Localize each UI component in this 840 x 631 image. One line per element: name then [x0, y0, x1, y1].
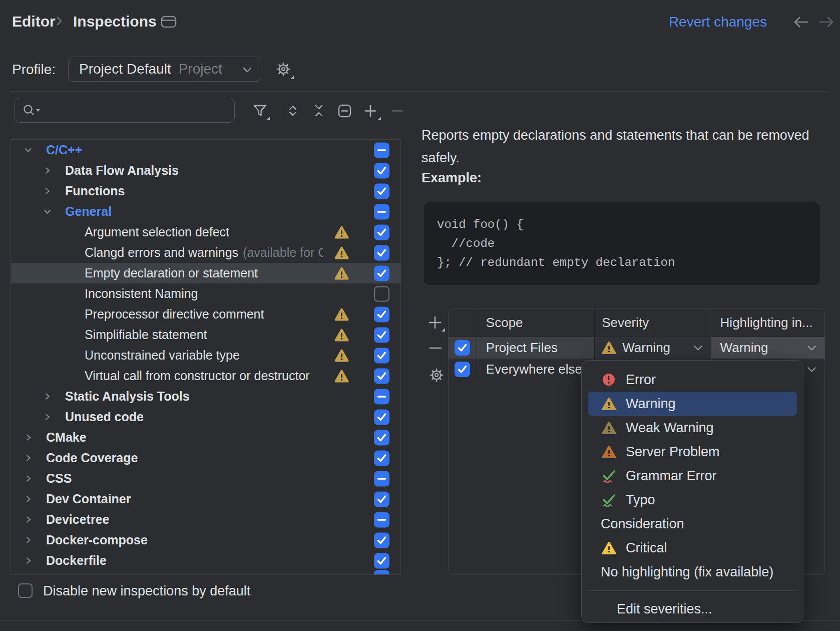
tree-item-checkbox[interactable]: [374, 389, 389, 404]
scope-checkbox[interactable]: [455, 340, 470, 356]
tree-item-checkbox[interactable]: [374, 245, 389, 260]
severity-option-consideration[interactable]: Consideration: [588, 512, 797, 536]
tree-item-functions[interactable]: Functions: [11, 181, 400, 201]
tree-item-simplifiable-statement[interactable]: Simplifiable statement: [11, 325, 400, 345]
remove-inspection-icon[interactable]: [390, 103, 404, 118]
filter-icon[interactable]: [252, 103, 271, 121]
tree-item-checkbox[interactable]: [374, 450, 389, 466]
severity-option-weak-warning[interactable]: Weak Warning: [588, 416, 797, 440]
profile-select[interactable]: Project Default Project: [68, 57, 261, 82]
tree-item-checkbox[interactable]: [374, 142, 389, 158]
tree-item-checkbox[interactable]: [374, 471, 389, 486]
expand-all-icon[interactable]: [285, 103, 300, 118]
disable-inspection-icon[interactable]: [337, 103, 352, 118]
tree-item-docker-compose[interactable]: Docker-compose: [11, 530, 400, 550]
profile-selected-value: Project Default: [79, 61, 171, 77]
tree-item-c-c[interactable]: C/C++: [11, 140, 400, 160]
tree-item-checkbox[interactable]: [374, 306, 389, 322]
tree-item-checkbox[interactable]: [374, 265, 389, 281]
chevron-right-icon[interactable]: [43, 413, 65, 421]
severity-option-critical[interactable]: Critical: [588, 536, 797, 560]
tree-item-clangd-errors-and-warnings[interactable]: Clangd errors and warnings(available for…: [11, 242, 400, 263]
chevron-right-icon[interactable]: [43, 187, 65, 195]
collapse-all-icon[interactable]: [311, 103, 326, 118]
tree-item-label: Simplifiable statement: [85, 328, 207, 342]
tree-item-unused-code[interactable]: Unused code: [11, 407, 400, 427]
severity-value: Warning: [622, 340, 670, 356]
chevron-right-icon[interactable]: [24, 536, 46, 544]
tree-item-devicetree[interactable]: Devicetree: [11, 509, 400, 530]
search-field[interactable]: [15, 98, 235, 123]
severity-cell[interactable]: Warning: [595, 337, 711, 359]
back-arrow-icon[interactable]: [792, 16, 810, 29]
disable-new-inspections-checkbox[interactable]: [18, 583, 33, 598]
tree-item-checkbox[interactable]: [374, 430, 389, 445]
forward-arrow-icon[interactable]: [817, 16, 835, 29]
tree-item-dockerfile[interactable]: Dockerfile: [11, 550, 400, 571]
tree-item-css[interactable]: CSS: [11, 468, 400, 489]
weak-warning-icon: [601, 420, 617, 436]
tree-item-checkbox[interactable]: [374, 204, 389, 219]
remove-scope-icon[interactable]: [428, 341, 443, 355]
chevron-right-icon[interactable]: [43, 166, 65, 175]
window-icon[interactable]: [161, 15, 177, 29]
add-inspection-icon[interactable]: [363, 103, 382, 121]
chevron-right-icon[interactable]: [24, 454, 46, 462]
tree-item-code-coverage[interactable]: Code Coverage: [11, 448, 400, 468]
severity-option-no-highlighting-fix-available[interactable]: No highlighting (fix available): [588, 560, 797, 584]
scope-checkbox[interactable]: [455, 362, 470, 377]
column-severity: Severity: [602, 315, 649, 331]
chevron-right-icon[interactable]: [24, 556, 46, 565]
tree-item-checkbox[interactable]: [374, 491, 389, 507]
scope-row-project-files[interactable]: Project FilesWarningWarning: [449, 337, 824, 359]
profile-gear-icon[interactable]: [275, 61, 295, 80]
column-highlighting: Highlighting in...: [720, 315, 813, 331]
tree-item-checkbox[interactable]: [374, 512, 389, 527]
chevron-down-icon[interactable]: [43, 207, 65, 216]
tree-item-virtual-call-from-constructor-or-destructor[interactable]: Virtual call from constructor or destruc…: [11, 366, 400, 386]
tree-item-checkbox[interactable]: [374, 553, 389, 568]
tree-item-checkbox[interactable]: [374, 348, 389, 363]
tree-item-checkbox[interactable]: [374, 532, 389, 548]
severity-option-error[interactable]: Error: [588, 368, 797, 392]
tree-item-checkbox[interactable]: [374, 163, 389, 178]
severity-option-server-problem[interactable]: Server Problem: [588, 440, 797, 464]
tree-item-dev-container[interactable]: Dev Container: [11, 489, 400, 509]
search-input[interactable]: [46, 102, 228, 119]
tree-item-checkbox[interactable]: [374, 327, 389, 343]
tree-item-general[interactable]: General: [11, 201, 400, 222]
chevron-right-icon[interactable]: [24, 474, 46, 483]
tree-item-cmake[interactable]: CMake: [11, 427, 400, 448]
search-icon: [22, 103, 42, 117]
revert-changes-link[interactable]: Revert changes: [669, 14, 767, 30]
breadcrumb-editor[interactable]: Editor: [12, 13, 56, 30]
tree-item-checkbox[interactable]: [374, 368, 389, 384]
tree-item-argument-selection-defect[interactable]: Argument selection defect: [11, 222, 400, 242]
tree-item-checkbox[interactable]: [374, 409, 389, 425]
chevron-right-icon[interactable]: [43, 392, 65, 401]
chevron-right-icon[interactable]: [24, 515, 46, 524]
scope-settings-gear-icon[interactable]: [428, 367, 445, 384]
chevron-right-icon[interactable]: [24, 495, 46, 503]
highlighting-cell[interactable]: Warning: [711, 337, 824, 359]
tree-item-suffix: (available for C: [243, 245, 323, 260]
tree-item-checkbox[interactable]: [374, 286, 389, 301]
chevron-right-icon[interactable]: [24, 433, 46, 442]
code-example: void foo() { //code }; // redundant empt…: [437, 215, 820, 272]
tree-item-empty-declaration-or-statement[interactable]: Empty declaration or statement: [11, 263, 400, 283]
tree-item-unconstrained-variable-type[interactable]: Unconstrained variable type: [11, 345, 400, 366]
chevron-down-icon[interactable]: [24, 146, 46, 154]
tree-item-static-analysis-tools[interactable]: Static Analysis Tools: [11, 386, 400, 407]
warning-icon: [602, 341, 616, 355]
tree-item-data-flow-analysis[interactable]: Data Flow Analysis: [11, 160, 400, 181]
severity-option-grammar-error[interactable]: Grammar Error: [588, 464, 797, 488]
edit-severities-item[interactable]: Edit severities...: [582, 597, 803, 621]
tree-item-checkbox[interactable]: [374, 183, 389, 199]
severity-option-warning[interactable]: Warning: [588, 392, 797, 416]
tree-item-checkbox[interactable]: [374, 224, 389, 240]
add-scope-icon[interactable]: [428, 316, 446, 333]
severity-option-label: Server Problem: [626, 444, 720, 460]
tree-item-inconsistent-naming[interactable]: Inconsistent Naming: [11, 283, 400, 304]
severity-option-typo[interactable]: Typo: [588, 488, 797, 512]
tree-item-preprocessor-directive-comment[interactable]: Preprocessor directive comment: [11, 304, 400, 325]
